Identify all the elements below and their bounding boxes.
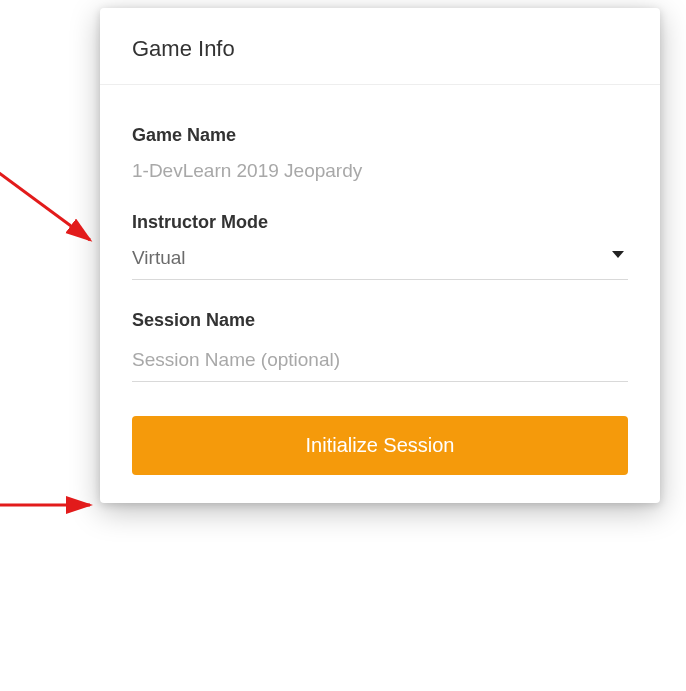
chevron-down-icon [612,251,624,258]
card-title: Game Info [132,36,628,62]
instructor-mode-value: Virtual [132,247,186,268]
card-header: Game Info [100,8,660,85]
annotation-arrow-icon [0,485,110,525]
instructor-mode-select[interactable]: Virtual [132,247,628,280]
svg-line-0 [0,170,90,240]
game-name-value: 1-DevLearn 2019 Jeopardy [132,160,628,182]
initialize-session-button[interactable]: Initialize Session [132,416,628,475]
session-name-field: Session Name [132,310,628,382]
instructor-mode-field: Instructor Mode Virtual [132,212,628,280]
session-name-input[interactable] [132,345,628,382]
game-name-field: Game Name 1-DevLearn 2019 Jeopardy [132,125,628,182]
game-info-card: Game Info Game Name 1-DevLearn 2019 Jeop… [100,8,660,503]
game-name-label: Game Name [132,125,628,146]
instructor-mode-label: Instructor Mode [132,212,628,233]
annotation-arrow-icon [0,160,110,260]
card-body: Game Name 1-DevLearn 2019 Jeopardy Instr… [100,85,660,475]
session-name-label: Session Name [132,310,628,331]
